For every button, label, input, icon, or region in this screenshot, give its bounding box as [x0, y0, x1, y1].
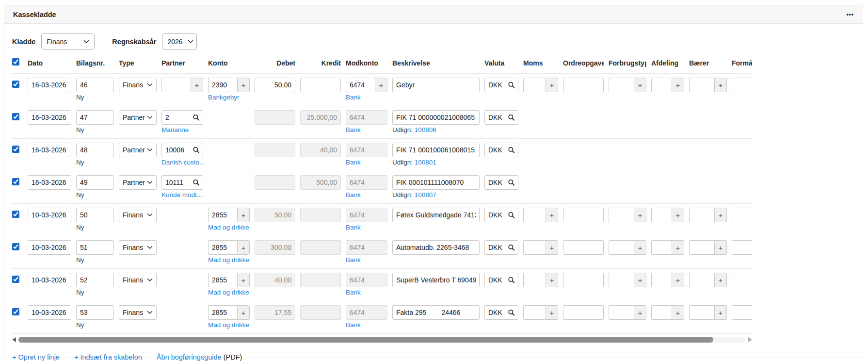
- beskrivelse-input[interactable]: [392, 110, 480, 125]
- lookup-plus-button[interactable]: +: [714, 208, 727, 222]
- lookup-plus-button[interactable]: +: [546, 78, 558, 92]
- partner-input[interactable]: [161, 78, 191, 92]
- baerer-input[interactable]: [689, 78, 714, 92]
- ordreopgave-input[interactable]: [563, 208, 604, 222]
- lookup-plus-button[interactable]: +: [546, 208, 558, 222]
- search-icon[interactable]: [508, 244, 515, 251]
- udlign-number-link[interactable]: 100807: [415, 191, 436, 198]
- modkonto-name-link[interactable]: Bank: [346, 289, 387, 296]
- konto-name-link[interactable]: Mad og drikke: [208, 289, 250, 296]
- row-select-checkbox[interactable]: [12, 276, 19, 283]
- formaal-input[interactable]: [732, 208, 752, 222]
- voucher-number-input[interactable]: [76, 78, 114, 92]
- ordreopgave-input[interactable]: [563, 240, 604, 255]
- ordreopgave-input[interactable]: [563, 78, 604, 92]
- lookup-plus-button[interactable]: +: [546, 240, 558, 255]
- forbrugstype-input[interactable]: [609, 78, 634, 92]
- type-select[interactable]: Finans: [119, 273, 157, 287]
- row-select-checkbox[interactable]: [12, 113, 19, 120]
- moms-input[interactable]: [523, 78, 546, 92]
- type-select[interactable]: Finans: [119, 78, 157, 92]
- date-input[interactable]: [28, 273, 71, 287]
- modkonto-input[interactable]: [346, 78, 375, 92]
- open-bookkeeping-guide-link[interactable]: Åbn bogføringsguide: [157, 353, 222, 361]
- type-select[interactable]: Partnerbet.: [119, 143, 157, 157]
- afdeling-input[interactable]: [651, 305, 672, 320]
- lookup-plus-button[interactable]: +: [714, 78, 727, 92]
- type-select[interactable]: Partnerbet.: [119, 175, 157, 190]
- partner-name-link[interactable]: Danish custo...: [161, 159, 203, 166]
- moms-input[interactable]: [523, 240, 546, 255]
- afdeling-input[interactable]: [651, 78, 672, 92]
- beskrivelse-input[interactable]: [392, 273, 480, 287]
- modkonto-name-link[interactable]: Bank: [346, 224, 387, 231]
- lookup-plus-button[interactable]: +: [634, 273, 646, 287]
- afdeling-input[interactable]: [651, 240, 672, 255]
- afdeling-input[interactable]: [651, 273, 672, 287]
- voucher-number-input[interactable]: [76, 273, 114, 287]
- debet-input[interactable]: [255, 78, 295, 92]
- moms-input[interactable]: [523, 305, 546, 320]
- date-input[interactable]: [28, 143, 71, 157]
- beskrivelse-input[interactable]: [392, 78, 480, 92]
- forbrugstype-input[interactable]: [609, 208, 634, 222]
- konto-name-link[interactable]: Mad og drikke: [208, 321, 250, 329]
- regnskabsaar-select[interactable]: 2026: [162, 33, 197, 49]
- lookup-plus-button[interactable]: +: [634, 240, 646, 255]
- konto-name-link[interactable]: Mad og drikke: [208, 224, 250, 231]
- konto-input[interactable]: [208, 305, 237, 320]
- formaal-input[interactable]: [732, 273, 752, 287]
- modkonto-name-link[interactable]: Bank: [346, 256, 387, 263]
- modkonto-name-link[interactable]: Bank: [346, 191, 387, 198]
- ordreopgave-input[interactable]: [563, 273, 604, 287]
- modkonto-name-link[interactable]: Bank: [346, 94, 387, 101]
- konto-input[interactable]: [208, 78, 237, 92]
- konto-input[interactable]: [208, 273, 237, 287]
- partner-name-link[interactable]: Marianne: [161, 126, 203, 133]
- scrollbar-thumb[interactable]: [18, 337, 713, 343]
- beskrivelse-input[interactable]: [392, 305, 480, 320]
- search-icon[interactable]: [508, 82, 515, 89]
- modkonto-name-link[interactable]: Bank: [346, 159, 387, 166]
- lookup-plus-button[interactable]: +: [546, 305, 558, 320]
- lookup-plus-button[interactable]: +: [546, 273, 558, 287]
- modkonto-name-link[interactable]: Bank: [346, 126, 387, 133]
- voucher-number-input[interactable]: [76, 143, 114, 157]
- voucher-number-input[interactable]: [76, 175, 114, 190]
- voucher-number-input[interactable]: [76, 305, 114, 320]
- lookup-plus-button[interactable]: +: [714, 273, 727, 287]
- formaal-input[interactable]: [732, 240, 752, 255]
- baerer-input[interactable]: [689, 240, 714, 255]
- udlign-number-link[interactable]: 100801: [415, 159, 436, 166]
- scrollbar-track[interactable]: [18, 337, 746, 343]
- date-input[interactable]: [28, 208, 71, 222]
- date-input[interactable]: [28, 78, 71, 92]
- formaal-input[interactable]: [732, 305, 752, 320]
- row-select-checkbox[interactable]: [12, 146, 19, 153]
- beskrivelse-input[interactable]: [392, 240, 480, 255]
- type-select[interactable]: Finans: [119, 240, 157, 255]
- beskrivelse-input[interactable]: [392, 208, 480, 222]
- konto-name-link[interactable]: Bankgebyr: [208, 94, 250, 101]
- forbrugstype-input[interactable]: [609, 273, 634, 287]
- search-icon[interactable]: [508, 309, 515, 316]
- beskrivelse-input[interactable]: [392, 175, 480, 190]
- udlign-number-link[interactable]: 100806: [415, 126, 436, 133]
- beskrivelse-input[interactable]: [392, 143, 480, 157]
- baerer-input[interactable]: [689, 273, 714, 287]
- ordreopgave-input[interactable]: [563, 305, 604, 320]
- modkonto-name-link[interactable]: Bank: [346, 321, 387, 329]
- forbrugstype-input[interactable]: [609, 305, 634, 320]
- row-select-checkbox[interactable]: [12, 308, 19, 315]
- insert-from-template-link[interactable]: + Indsæt fra skabelon: [74, 353, 142, 361]
- type-select[interactable]: Finans: [119, 208, 157, 222]
- lookup-plus-button[interactable]: +: [375, 78, 387, 92]
- lookup-plus-button[interactable]: +: [237, 305, 250, 320]
- lookup-plus-button[interactable]: +: [714, 305, 727, 320]
- lookup-plus-button[interactable]: +: [672, 305, 684, 320]
- voucher-number-input[interactable]: [76, 110, 114, 125]
- search-icon[interactable]: [508, 114, 515, 121]
- lookup-plus-button[interactable]: +: [191, 78, 203, 92]
- lookup-plus-button[interactable]: +: [237, 208, 250, 222]
- type-select[interactable]: Finans: [119, 305, 157, 320]
